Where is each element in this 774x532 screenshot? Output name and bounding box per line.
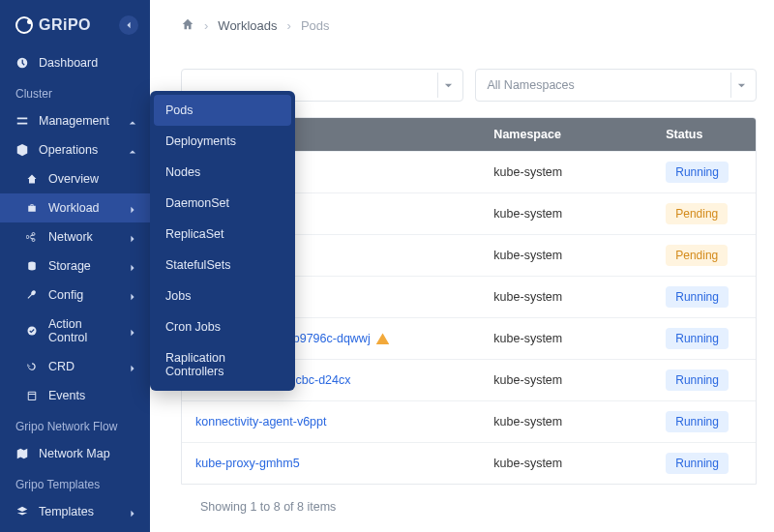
- nav-action-control[interactable]: Action Control: [0, 310, 150, 352]
- pod-namespace: kube-system: [480, 235, 652, 277]
- chevron-right-icon: [129, 232, 138, 242]
- nav-templates[interactable]: Templates: [0, 497, 150, 526]
- dropdown-placeholder: All Namespaces: [488, 78, 575, 92]
- nav-label: Dashboard: [39, 56, 138, 70]
- nav-network-map[interactable]: Network Map: [0, 439, 150, 468]
- submenu-deployments[interactable]: Deployments: [150, 126, 295, 157]
- nav-label: Action Control: [48, 317, 119, 344]
- refresh-icon: [25, 360, 39, 373]
- nav-overview[interactable]: Overview: [0, 164, 150, 193]
- home-icon[interactable]: [181, 17, 194, 34]
- pod-namespace: kube-system: [480, 360, 652, 401]
- warning-icon: [376, 333, 389, 345]
- pod-namespace: kube-system: [480, 318, 652, 360]
- workload-submenu: Pods Deployments Nodes DaemonSet Replica…: [150, 91, 295, 391]
- cube-icon: [15, 143, 29, 157]
- chevron-right-icon: [129, 261, 138, 271]
- status-badge: Running: [666, 286, 729, 308]
- nav-label: Events: [48, 389, 138, 402]
- breadcrumb: › Workloads › Pods: [150, 0, 774, 51]
- nav-label: Operations: [39, 143, 119, 157]
- submenu-statefulsets[interactable]: StatefulSets: [150, 250, 295, 281]
- breadcrumb-separator: ›: [287, 18, 291, 33]
- submenu-nodes[interactable]: Nodes: [150, 157, 295, 188]
- layers-icon: [15, 505, 29, 518]
- home-icon: [25, 172, 39, 186]
- logo-mark-icon: [15, 16, 33, 34]
- col-namespace[interactable]: Namespace: [480, 118, 652, 152]
- chevron-down-icon: [437, 73, 459, 98]
- nav-crd[interactable]: CRD: [0, 352, 150, 381]
- nav-operations[interactable]: Operations: [0, 135, 150, 164]
- col-status[interactable]: Status: [652, 118, 756, 152]
- table-footer: Showing 1 to 8 of 8 items: [181, 485, 757, 529]
- check-circle-icon: [25, 324, 39, 338]
- status-badge: Pending: [666, 203, 728, 224]
- pod-namespace: kube-system: [480, 401, 652, 443]
- table-row: konnectivity-agent-v6pptkube-systemRunni…: [182, 401, 756, 443]
- breadcrumb-separator: ›: [204, 18, 208, 33]
- nav-label: Storage: [48, 259, 119, 273]
- nav-label: Templates: [39, 505, 119, 518]
- submenu-replication-controllers[interactable]: Raplication Controllers: [150, 342, 295, 387]
- nav-label: Workload: [48, 201, 119, 215]
- section-network-flow-label: Gripo Network Flow: [0, 410, 150, 439]
- pod-name-link[interactable]: konnectivity-agent-v6ppt: [195, 415, 327, 429]
- nav-label: Overview: [48, 172, 138, 186]
- nav-storage[interactable]: Storage: [0, 251, 150, 281]
- nav-management[interactable]: Management: [0, 106, 150, 135]
- nav-workload[interactable]: Workload: [0, 193, 150, 222]
- collapse-sidebar-button[interactable]: [119, 15, 138, 35]
- database-icon: [25, 259, 39, 273]
- status-badge: Running: [666, 411, 729, 432]
- nav-packages[interactable]: Packages: [0, 526, 150, 532]
- nav-network[interactable]: Network: [0, 222, 150, 251]
- status-badge: Running: [666, 369, 729, 391]
- nav-label: Network: [48, 230, 119, 244]
- chevron-right-icon: [129, 507, 138, 517]
- nav-label: CRD: [48, 360, 119, 373]
- chevron-right-icon: [129, 203, 138, 213]
- sidebar: GRiPO Dashboard Cluster Management Opera…: [0, 0, 150, 532]
- breadcrumb-current: Pods: [301, 18, 330, 33]
- section-templates-label: Gripo Templates: [0, 468, 150, 497]
- submenu-cron-jobs[interactable]: Cron Jobs: [150, 311, 295, 342]
- share-icon: [25, 230, 39, 244]
- status-badge: Running: [666, 328, 729, 349]
- submenu-pods[interactable]: Pods: [154, 95, 291, 126]
- nav-config[interactable]: Config: [0, 281, 150, 310]
- status-badge: Pending: [666, 245, 728, 266]
- gauge-icon: [15, 56, 29, 70]
- pod-namespace: kube-system: [480, 277, 652, 318]
- chevron-up-icon: [129, 145, 138, 155]
- submenu-daemonset[interactable]: DaemonSet: [150, 188, 295, 219]
- sidebar-header: GRiPO: [0, 0, 150, 48]
- status-badge: Running: [666, 162, 729, 183]
- nav-label: Management: [39, 114, 119, 128]
- pod-namespace: kube-system: [480, 443, 652, 485]
- status-badge: Running: [666, 453, 729, 474]
- calendar-icon: [25, 389, 39, 402]
- briefcase-icon: [25, 201, 39, 215]
- pod-namespace: kube-system: [480, 193, 652, 235]
- chevron-up-icon: [129, 116, 138, 126]
- section-cluster-label: Cluster: [0, 77, 150, 106]
- sliders-icon: [15, 114, 29, 128]
- chevron-right-icon: [129, 290, 138, 300]
- table-row: kube-proxy-gmhm5kube-systemRunning: [182, 443, 756, 485]
- chevron-right-icon: [129, 326, 138, 336]
- nav-dashboard[interactable]: Dashboard: [0, 48, 150, 77]
- filter-namespace-dropdown[interactable]: All Namespaces: [475, 69, 758, 102]
- nav-events[interactable]: Events: [0, 381, 150, 410]
- nav-label: Network Map: [39, 447, 138, 460]
- map-icon: [15, 447, 29, 460]
- pod-namespace: kube-system: [480, 152, 652, 193]
- submenu-jobs[interactable]: Jobs: [150, 281, 295, 311]
- chevron-right-icon: [129, 362, 138, 371]
- wrench-icon: [25, 288, 39, 302]
- submenu-replicaset[interactable]: ReplicaSet: [150, 219, 295, 250]
- brand-name: GRiPO: [39, 16, 91, 34]
- pod-name-link[interactable]: kube-proxy-gmhm5: [195, 457, 300, 470]
- breadcrumb-workloads[interactable]: Workloads: [218, 18, 277, 33]
- nav-label: Config: [48, 288, 119, 302]
